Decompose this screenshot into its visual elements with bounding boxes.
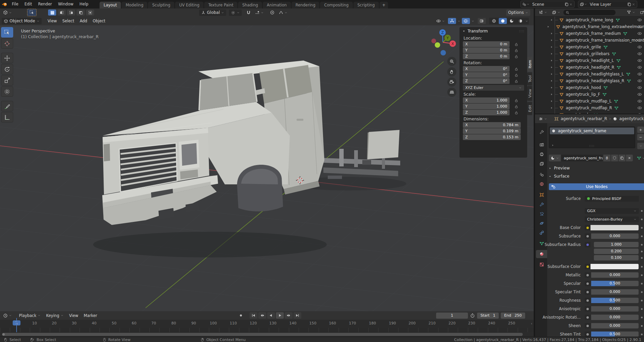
timeline-editor-type-button[interactable] bbox=[1, 313, 14, 319]
jump-to-end-button[interactable] bbox=[294, 312, 301, 319]
outliner-row[interactable]: agentytruck_headlightglass_L bbox=[535, 71, 644, 77]
tool-annotate[interactable] bbox=[1, 101, 13, 111]
outliner-row[interactable]: agentytruck_frame_medium bbox=[535, 30, 644, 37]
surface-shader-button[interactable]: Principled BSDF bbox=[585, 196, 639, 202]
select-mode-extend[interactable] bbox=[58, 9, 66, 16]
rotation-z-field[interactable]: Z0° bbox=[463, 78, 510, 84]
expand-icon[interactable] bbox=[549, 93, 554, 96]
overlays-dropdown-icon[interactable] bbox=[471, 20, 474, 23]
panel-grip[interactable]: :::: bbox=[519, 29, 524, 33]
start-frame-field[interactable]: Start1 bbox=[477, 313, 499, 319]
hide-eye-icon[interactable] bbox=[637, 45, 642, 49]
scale-x-field[interactable]: X1.000 bbox=[463, 97, 510, 103]
new-scene-icon[interactable] bbox=[564, 2, 569, 6]
material-users-button[interactable]: 8 bbox=[603, 155, 610, 161]
roughness-slider[interactable]: 0.500 bbox=[591, 298, 639, 303]
hide-eye-icon[interactable] bbox=[637, 18, 642, 22]
add-material-slot-button[interactable] bbox=[637, 127, 644, 133]
shading-dropdown-icon[interactable] bbox=[525, 20, 528, 23]
hide-eye-icon[interactable] bbox=[637, 85, 642, 90]
navigation-gizmo[interactable]: Z Y X bbox=[431, 29, 456, 56]
hide-eye-icon[interactable] bbox=[637, 51, 642, 56]
tab-render-properties[interactable] bbox=[536, 141, 547, 149]
material-specials-menu[interactable] bbox=[637, 143, 644, 149]
menu-add[interactable]: Add bbox=[77, 19, 90, 23]
timeline-tick-strip[interactable] bbox=[0, 328, 534, 332]
auto-keying-toggle[interactable] bbox=[237, 312, 245, 319]
hide-eye-icon[interactable] bbox=[637, 92, 642, 97]
play-reverse-button[interactable] bbox=[267, 312, 275, 319]
hide-eye-icon[interactable] bbox=[637, 78, 642, 83]
jump-to-start-button[interactable] bbox=[250, 312, 257, 319]
camera-view-button[interactable] bbox=[447, 77, 456, 87]
slot-list-expand-icon[interactable] bbox=[551, 144, 554, 147]
select-mode-intersect[interactable] bbox=[86, 9, 94, 16]
mode-dropdown[interactable]: Object Mode bbox=[2, 18, 42, 24]
hide-eye-icon[interactable] bbox=[637, 58, 642, 63]
anisotropic-rotation-slider[interactable]: 0.000 bbox=[591, 315, 639, 320]
menu-render[interactable]: Render bbox=[35, 0, 55, 8]
scale-y-field[interactable]: Y1.000 bbox=[463, 104, 510, 109]
tool-scale[interactable] bbox=[1, 75, 13, 86]
tab-modifier-properties[interactable] bbox=[536, 200, 547, 208]
scale-z-field[interactable]: Z1.000 bbox=[463, 110, 510, 115]
tab-layout[interactable]: Layout bbox=[100, 2, 121, 8]
keyframe-dot[interactable] bbox=[641, 235, 643, 237]
tool-select-box[interactable] bbox=[1, 27, 13, 38]
gizmo-neg-z-axis[interactable] bbox=[441, 50, 446, 55]
keyframe-dot[interactable] bbox=[641, 210, 643, 212]
breadcrumb-object[interactable]: agentytruck_rearbar_R bbox=[561, 116, 607, 121]
copy-material-button[interactable] bbox=[619, 155, 625, 161]
material-slot-selected[interactable]: agentytruck_semi_frame bbox=[550, 128, 634, 134]
keyframe-dot[interactable] bbox=[641, 317, 643, 318]
keyframe-dot[interactable] bbox=[641, 325, 643, 327]
expand-icon[interactable] bbox=[549, 72, 554, 76]
menu-object[interactable]: Object bbox=[90, 19, 108, 23]
menu-playback[interactable]: Playback bbox=[16, 313, 43, 318]
tool-transform[interactable] bbox=[1, 86, 13, 97]
lock-icon[interactable] bbox=[514, 42, 518, 46]
expand-icon[interactable] bbox=[549, 52, 554, 55]
unlink-scene-icon[interactable] bbox=[569, 2, 573, 6]
timeline-collapse-arrow[interactable]: ‹ bbox=[531, 322, 532, 325]
previous-keyframe-button[interactable] bbox=[258, 312, 266, 319]
subsurface-radius-y-field[interactable]: 0.200 bbox=[594, 249, 639, 254]
keyframe-dot[interactable] bbox=[641, 308, 643, 310]
outliner-row[interactable]: agentytruck_headlightglass_R bbox=[535, 77, 644, 84]
proportional-falloff-dropdown[interactable] bbox=[277, 9, 289, 16]
specular-tint-slider[interactable]: 0.000 bbox=[591, 289, 639, 295]
tab-shading[interactable]: Shading bbox=[238, 2, 262, 8]
remove-view-layer-icon[interactable] bbox=[631, 2, 636, 6]
tab-animation[interactable]: Animation bbox=[263, 2, 291, 8]
rotation-x-field[interactable]: X0° bbox=[463, 66, 510, 72]
dimensions-z-field[interactable]: Z0.153 m bbox=[463, 134, 521, 140]
lock-icon[interactable] bbox=[514, 73, 518, 77]
hide-eye-icon[interactable] bbox=[637, 106, 642, 110]
tab-uv-editing[interactable]: UV Editing bbox=[175, 2, 203, 8]
outliner-row[interactable]: agentytruck_headlight_L bbox=[535, 57, 644, 64]
tab-world-properties[interactable] bbox=[536, 180, 547, 188]
outliner-row-partial[interactable]: agentytruck_ bbox=[535, 111, 644, 114]
anisotropic-slider[interactable]: 0.000 bbox=[591, 306, 639, 312]
menu-window[interactable]: Window bbox=[55, 0, 76, 8]
subsurface-slider[interactable]: 0.000 bbox=[591, 233, 639, 239]
sheen-tint-slider[interactable]: 0.500 bbox=[591, 332, 639, 337]
hide-eye-icon[interactable] bbox=[637, 24, 642, 29]
keyframe-dot[interactable] bbox=[641, 300, 643, 301]
tab-sculpting[interactable]: Sculpting bbox=[148, 2, 174, 8]
outliner-search-input[interactable] bbox=[563, 10, 616, 15]
expand-icon[interactable] bbox=[549, 79, 554, 83]
snap-settings-dropdown[interactable] bbox=[253, 9, 265, 16]
location-y-field[interactable]: Y0 m bbox=[463, 47, 510, 53]
tab-scripting[interactable]: Scripting bbox=[353, 2, 379, 8]
lock-icon[interactable] bbox=[514, 79, 518, 83]
keyframe-dot[interactable] bbox=[641, 244, 643, 246]
outliner-row[interactable]: agentytruck_lip_F bbox=[535, 91, 644, 98]
keyframe-dot[interactable] bbox=[641, 219, 643, 220]
tab-modeling[interactable]: Modeling bbox=[122, 2, 147, 8]
gizmo-neg-x-axis[interactable] bbox=[431, 39, 436, 43]
browse-material-button[interactable] bbox=[549, 155, 561, 161]
preview-panel-header[interactable]: Preview :::: bbox=[549, 166, 570, 170]
shading-material-button[interactable] bbox=[508, 18, 516, 24]
material-name-field[interactable]: agentytruck_semi_fra... bbox=[561, 155, 603, 161]
